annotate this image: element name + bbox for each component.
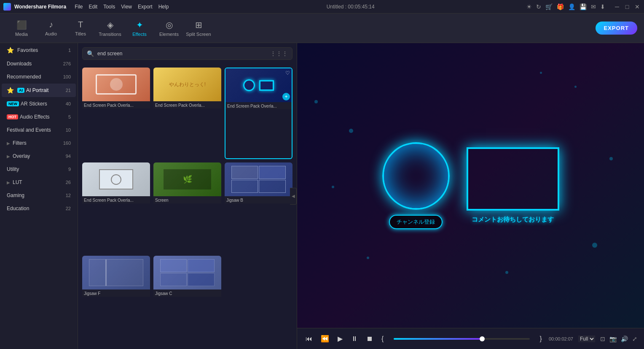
header-icons: ☀ ↻ 🛒 🎁 👤 💾 ✉ ⬇: [526, 3, 605, 10]
user-icon[interactable]: 👤: [568, 3, 575, 10]
sidebar-item-overlay[interactable]: ▶ Overlay 94: [2, 150, 76, 162]
search-icon: 🔍: [87, 50, 94, 57]
sidebar-ar-stickers-label: AR Stickers: [21, 101, 66, 107]
effect-card-2[interactable]: やんわりとっく! End Screen Pack Overla...: [153, 68, 221, 159]
toolbar-media-label: Media: [15, 32, 28, 37]
play-button[interactable]: ▶: [336, 333, 344, 344]
sidebar-favorites-count: 1: [68, 48, 71, 53]
window-controls: ─ □ ✕: [614, 3, 641, 10]
sidebar-item-audio-effects[interactable]: HOT Audio Effects 5: [2, 111, 76, 123]
play-back-button[interactable]: ⏪: [319, 333, 331, 344]
toolbar-titles[interactable]: T Titles: [66, 16, 95, 41]
star-icon: ⭐: [7, 47, 14, 54]
marker-left[interactable]: {: [380, 333, 385, 344]
sidebar-item-filters[interactable]: ▶ Filters 160: [2, 137, 76, 149]
effect-card-1[interactable]: End Screen Pack Overla...: [82, 68, 150, 159]
close-button[interactable]: ✕: [634, 3, 641, 10]
save-icon[interactable]: 💾: [580, 3, 587, 10]
quality-selector[interactable]: Full 1/2 1/4: [578, 335, 595, 342]
toolbar-media[interactable]: ⬛ Media: [7, 16, 36, 41]
toolbar-transitions[interactable]: ◈ Transitions: [95, 16, 125, 41]
effect-label-7: Jigsaw F: [82, 289, 150, 297]
search-bar: 🔍 ⋮⋮⋮: [82, 47, 292, 60]
transitions-icon: ◈: [107, 20, 113, 30]
download-icon[interactable]: ⬇: [600, 3, 605, 10]
screenshot-icon[interactable]: 📷: [609, 335, 617, 342]
cart-icon[interactable]: 🛒: [545, 3, 553, 10]
sidebar-gaming-count: 12: [66, 193, 71, 198]
toolbar-elements[interactable]: ◎ Elements: [154, 16, 184, 41]
marker-right[interactable]: }: [538, 333, 544, 344]
menu-view[interactable]: View: [121, 4, 132, 10]
fullscreen-icon[interactable]: ⤢: [632, 335, 637, 342]
menu-edit[interactable]: Edit: [89, 4, 97, 10]
hot-badge: HOT: [7, 114, 18, 119]
effect-label-2: End Screen Pack Overla...: [153, 101, 221, 108]
main-area: ⭐ Favorites 1 Downloads 276 Recommended …: [0, 43, 644, 349]
sidebar-item-education[interactable]: Education 22: [2, 202, 76, 215]
gift-icon[interactable]: 🎁: [557, 3, 564, 10]
sidebar-item-recommended[interactable]: Recommended 100: [2, 70, 76, 83]
app-name: Wondershare Filmora: [14, 4, 66, 10]
sidebar-utility-count: 9: [68, 167, 71, 172]
effect-label-8: Jigsaw C: [153, 289, 221, 297]
new-badge: NEW: [7, 101, 19, 106]
split-screen-icon: ⊞: [195, 20, 202, 30]
stop-button[interactable]: ⏹: [365, 333, 375, 344]
screen-fit-icon[interactable]: ⊡: [600, 335, 605, 342]
sidebar-item-lut[interactable]: ▶ LUT 26: [2, 176, 76, 189]
search-input[interactable]: [97, 51, 267, 57]
preview-placeholder: チャンネル登録 コメントお待ちしております: [297, 43, 644, 328]
toolbar-elements-label: Elements: [159, 32, 179, 37]
menu-help[interactable]: Help: [158, 4, 169, 10]
effects-icon: ✦: [136, 20, 143, 30]
grid-icon[interactable]: ⋮⋮⋮: [270, 50, 288, 57]
maximize-button[interactable]: □: [624, 3, 631, 10]
sidebar-item-ar-stickers[interactable]: NEW AR Stickers 40: [2, 97, 76, 110]
effect-card-4[interactable]: End Screen Pack Overla...: [82, 162, 150, 252]
media-icon: ⬛: [16, 20, 27, 30]
sidebar-ar-stickers-count: 40: [66, 101, 71, 106]
effects-panel: 🔍 ⋮⋮⋮ End Screen Pack Overla... やんわりとっく!…: [78, 43, 297, 349]
sidebar-education-label: Education: [7, 206, 66, 211]
sidebar-item-ai-portrait[interactable]: ⭐ AI AI Portrait 21: [2, 84, 76, 97]
skip-back-button[interactable]: ⏮: [304, 333, 314, 344]
mail-icon[interactable]: ✉: [591, 3, 596, 10]
quality-select[interactable]: Full 1/2 1/4: [578, 335, 595, 342]
sidebar-item-festival-events[interactable]: Festival and Events 10: [2, 124, 76, 136]
refresh-icon[interactable]: ↻: [536, 3, 541, 10]
sidebar-item-gaming[interactable]: Gaming 12: [2, 189, 76, 202]
sidebar-item-downloads[interactable]: Downloads 276: [2, 57, 76, 70]
menu-file[interactable]: File: [75, 4, 83, 10]
volume-icon[interactable]: 🔊: [621, 335, 628, 342]
sidebar-audio-effects-count: 5: [68, 114, 71, 119]
app-icon: [3, 3, 11, 11]
toolbar-split-screen-label: Split Screen: [186, 32, 211, 37]
export-button[interactable]: EXPORT: [596, 22, 637, 35]
sidebar-item-utility[interactable]: Utility 9: [2, 163, 76, 176]
effect-card-8[interactable]: Jigsaw C: [153, 256, 221, 346]
effect-card-3[interactable]: + ♡ End Screen Pack Overla...: [225, 68, 292, 159]
pause-button[interactable]: ⏸: [349, 333, 360, 344]
effect-label-4: End Screen Pack Overla...: [82, 196, 150, 203]
toolbar-effects[interactable]: ✦ Effects: [125, 16, 154, 41]
menu-tools[interactable]: Tools: [103, 4, 115, 10]
overlay-expand-icon: ▶: [7, 154, 10, 159]
sidebar-item-favorites[interactable]: ⭐ Favorites 1: [2, 43, 76, 57]
effect-card-7[interactable]: Jigsaw F: [82, 256, 150, 346]
sidebar-overlay-count: 94: [66, 154, 71, 159]
menu-export[interactable]: Export: [138, 4, 153, 10]
progress-bar[interactable]: [394, 338, 529, 340]
effect-card-6[interactable]: Jigsaw B: [225, 162, 292, 252]
minimize-button[interactable]: ─: [614, 3, 620, 10]
effect-card-5[interactable]: 🌿 Screen: [153, 162, 221, 252]
progress-fill: [394, 338, 482, 340]
ai-badge: AI: [17, 88, 24, 93]
toolbar-audio[interactable]: ♪ Audio: [36, 16, 66, 41]
comment-text-preview: コメントお待ちしております: [472, 216, 554, 224]
playback-controls: ⏮ ⏪ ▶ ⏸ ⏹ { } 00:00:02:07 Full 1/2 1/4 ⊡: [297, 328, 644, 349]
sidebar-collapse-button[interactable]: ◀: [290, 188, 297, 205]
sun-icon[interactable]: ☀: [526, 3, 532, 10]
toolbar-split-screen[interactable]: ⊞ Split Screen: [184, 16, 213, 41]
progress-knob[interactable]: [480, 336, 485, 341]
